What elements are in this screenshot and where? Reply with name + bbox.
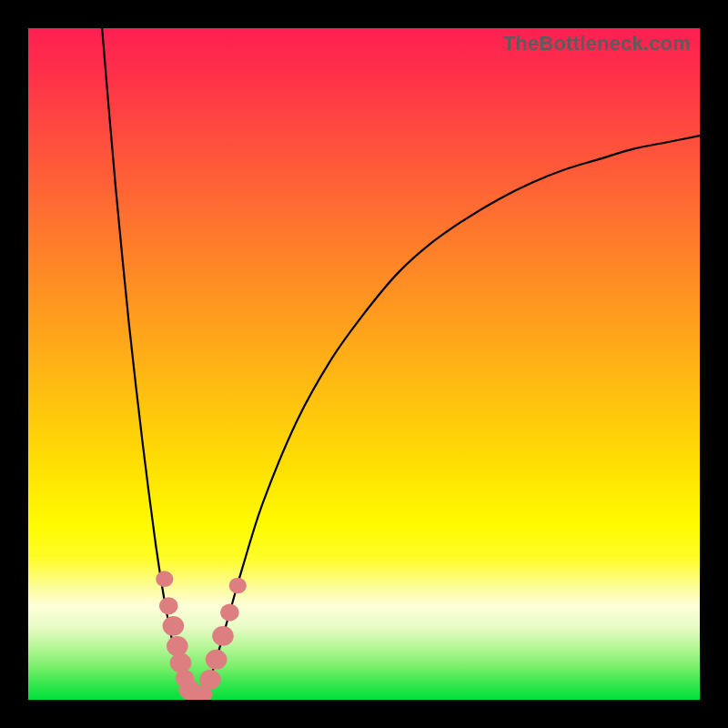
curve-bead: [167, 636, 188, 656]
curve-right-branch: [197, 136, 701, 700]
curve-bead: [156, 571, 173, 587]
chart-svg-overlay: [28, 28, 700, 700]
curve-bead: [220, 604, 239, 622]
curve-bead: [206, 650, 228, 670]
curve-beads-group: [156, 571, 247, 700]
curve-bead: [229, 578, 247, 594]
curve-bead: [159, 597, 178, 614]
chart-frame: TheBottleneck.com: [0, 0, 728, 728]
curve-bead: [212, 626, 234, 646]
curve-left-branch: [102, 28, 196, 700]
curve-bead: [170, 653, 192, 673]
curve-bead: [199, 670, 221, 690]
chart-plot-area: TheBottleneck.com: [28, 28, 700, 700]
curve-bead: [163, 616, 185, 636]
